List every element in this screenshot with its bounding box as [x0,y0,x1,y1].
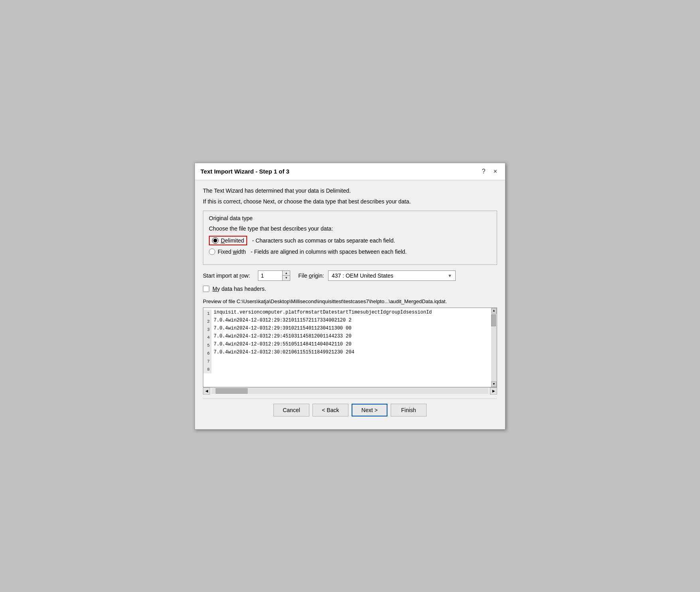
dropdown-arrow-icon: ▼ [448,273,452,278]
fixed-width-radio[interactable] [209,249,215,255]
row-data-7 [211,357,216,365]
import-settings-row: Start import at row: ▲ ▼ File origin: 43… [203,270,497,281]
row-num-3: 3 [203,326,211,333]
vertical-scrollbar[interactable]: ▲ ▼ [491,308,497,387]
preview-area: 1 inquisit.versioncomputer.platformstart… [203,308,497,387]
scroll-up-arrow[interactable]: ▲ [491,308,497,314]
preview-row-8: 8 [203,365,497,373]
row-data-5: 7.0.4win2024-12-0312:29:5510511484114040… [211,341,354,349]
fixed-width-radio-row: Fixed width - Fields are aligned in colu… [209,249,491,255]
fixed-width-label: Fixed width [218,249,246,255]
preview-content[interactable]: 1 inquisit.versioncomputer.platformstart… [203,308,497,387]
preview-row-5: 5 7.0.4win2024-12-0312:29:55105114841140… [203,341,497,349]
row-num-8: 8 [203,365,211,373]
spinner-buttons: ▲ ▼ [282,271,290,280]
preview-row-4: 4 7.0.4win2024-12-0312:29:45103114581200… [203,333,497,341]
row-num-2: 2 [203,318,211,326]
file-origin-label: File origin: [298,272,324,279]
h-scroll-thumb[interactable] [216,388,248,394]
original-data-type-group: Original data type Choose the file type … [203,211,497,265]
row-num-5: 5 [203,341,211,349]
headers-checkbox[interactable] [203,286,209,292]
preview-row-1: 1 inquisit.versioncomputer.platformstart… [203,310,497,318]
group-subtitle: Choose the file type that best describes… [209,225,491,232]
row-data-8 [211,365,216,373]
preview-row-3: 3 7.0.4win2024-12-0312:29:39102115401123… [203,326,497,333]
headers-label: My data has headers. [212,286,266,292]
description-line2: If this is correct, choose Next, or choo… [203,197,497,206]
help-button[interactable]: ? [480,167,488,176]
row-num-1: 1 [203,310,211,318]
horizontal-scrollbar[interactable]: ◀ ▶ [203,387,497,395]
title-bar-buttons: ? × [480,167,499,176]
h-scroll-track[interactable] [212,388,488,394]
dialog-title: Text Import Wizard - Step 1 of 3 [201,168,289,175]
preview-row-7: 7 [203,357,497,365]
h-scroll-left-arrow[interactable]: ◀ [203,387,210,395]
delimited-description: - Characters such as commas or tabs sepa… [252,237,395,244]
preview-row-6: 6 7.0.4win2024-12-0312:30:02106115151184… [203,349,497,357]
row-data-3: 7.0.4win2024-12-0312:29:3910211540112304… [211,326,354,333]
spin-down-button[interactable]: ▼ [283,276,290,280]
start-row-label: Start import at row: [203,272,250,279]
delimited-radio-row: Delimited - Characters such as commas or… [209,236,491,245]
group-title: Original data type [209,215,491,221]
row-data-6: 7.0.4win2024-12-0312:30:0210611515118499… [211,349,357,357]
button-bar: Cancel < Back Next > Finish [203,399,497,423]
h-scroll-right-arrow[interactable]: ▶ [490,387,497,395]
start-row-input[interactable] [258,271,282,280]
delimited-radio[interactable] [212,237,218,244]
delimited-label: Delimited [221,237,244,244]
row-data-2: 7.0.4win2024-12-0312:29:3210111572117334… [211,318,354,326]
fixed-width-label-box[interactable]: Fixed width [209,249,246,255]
close-button[interactable]: × [491,167,499,176]
cancel-button[interactable]: Cancel [273,404,309,416]
description-line1: The Text Wizard has determined that your… [203,187,497,195]
file-origin-select[interactable]: 437 : OEM United States ▼ [328,270,456,281]
file-origin-wrapper: File origin: 437 : OEM United States ▼ [298,270,456,281]
scroll-track[interactable] [491,314,497,381]
headers-checkbox-row: My data has headers. [203,286,497,292]
spin-up-button[interactable]: ▲ [283,271,290,276]
back-button[interactable]: < Back [313,404,348,416]
preview-label: Preview of file C:\Users\katja\Desktop\M… [203,298,497,304]
file-origin-value: 437 : OEM United States [332,272,393,279]
text-import-wizard-dialog: Text Import Wizard - Step 1 of 3 ? × The… [195,163,505,430]
main-content: The Text Wizard has determined that your… [195,180,505,429]
scroll-down-arrow[interactable]: ▼ [491,381,497,387]
next-button[interactable]: Next > [352,404,387,416]
row-data-1: inquisit.versioncomputer.platformstartDa… [211,310,434,318]
finish-button[interactable]: Finish [391,404,427,416]
fixed-width-description: - Fields are aligned in columns with spa… [251,249,407,255]
preview-row-2: 2 7.0.4win2024-12-0312:29:32101115721173… [203,318,497,326]
row-num-4: 4 [203,333,211,341]
start-row-spinner[interactable]: ▲ ▼ [258,270,290,281]
row-num-7: 7 [203,357,211,365]
row-data-4: 7.0.4win2024-12-0312:29:4510311458120011… [211,333,354,341]
scroll-thumb[interactable] [491,314,496,326]
row-num-6: 6 [203,349,211,357]
delimited-selected-box[interactable]: Delimited [209,236,247,245]
title-bar: Text Import Wizard - Step 1 of 3 ? × [195,163,505,180]
